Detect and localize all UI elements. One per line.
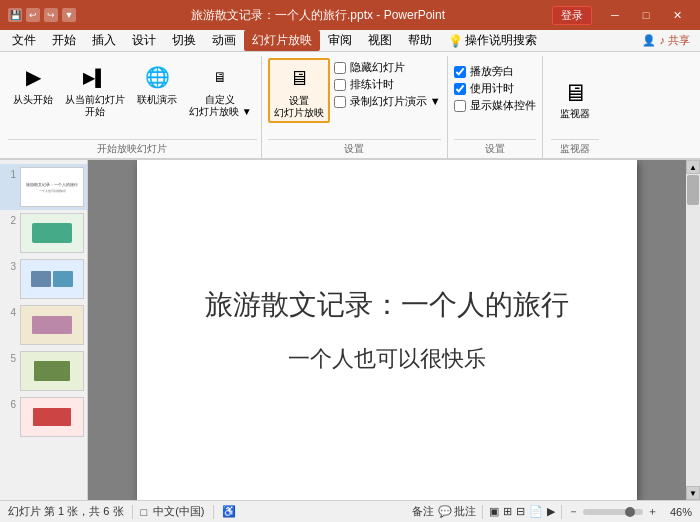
slide-item-2[interactable]: 2	[0, 210, 87, 256]
menu-view[interactable]: 视图	[360, 30, 400, 51]
hide-slides-checkbox[interactable]: 隐藏幻灯片	[334, 60, 441, 75]
show-media-controls-input[interactable]	[454, 100, 466, 112]
record-slideshow-input[interactable]	[334, 96, 346, 108]
group3-label: 设置	[454, 139, 536, 158]
lightbulb-icon: 💡	[448, 34, 463, 48]
rehearse-timings-checkbox[interactable]: 排练计时	[334, 77, 441, 92]
slide-item-4[interactable]: 4	[0, 302, 87, 348]
save-icon[interactable]: 💾	[8, 8, 22, 22]
custom-slideshow-button[interactable]: 🖥 自定义 幻灯片放映 ▼	[184, 58, 257, 121]
group-monitor-label: 监视器	[551, 139, 599, 158]
vertical-scrollbar: ▲ ▼	[686, 160, 700, 500]
menu-design[interactable]: 设计	[124, 30, 164, 51]
menu-transition[interactable]: 切换	[164, 30, 204, 51]
slide-thumb-small-icon: □	[141, 506, 148, 518]
start-from-beginning-button[interactable]: ▶ 从头开始	[8, 58, 58, 109]
slide-title: 旅游散文记录：一个人的旅行	[205, 286, 569, 324]
record-slideshow-checkbox[interactable]: 录制幻灯片演示 ▼	[334, 94, 441, 109]
menu-insert[interactable]: 插入	[84, 30, 124, 51]
comments-button[interactable]: 💬 批注	[438, 504, 476, 519]
scrollbar-thumb[interactable]	[687, 175, 699, 205]
canvas-area: 旅游散文记录：一个人的旅行 一个人也可以很快乐	[88, 160, 686, 500]
view-reading-icon[interactable]: ▶	[547, 505, 555, 518]
divider1	[132, 505, 133, 519]
slide-canvas: 旅游散文记录：一个人的旅行 一个人也可以很快乐	[137, 160, 637, 500]
zoom-in-button[interactable]: ＋	[647, 504, 658, 519]
play-from-start-icon: ▶	[17, 61, 49, 93]
menubar: 文件 开始 插入 设计 切换 动画 幻灯片放映 审阅 视图 帮助 💡 操作说明搜…	[0, 30, 700, 52]
menu-search[interactable]: 💡 操作说明搜索	[440, 30, 545, 51]
use-timings-checkbox[interactable]: 使用计时	[454, 81, 536, 96]
zoom-slider[interactable]	[583, 509, 643, 515]
start-from-current-button[interactable]: ▶▌ 从当前幻灯片 开始	[60, 58, 130, 121]
menu-file[interactable]: 文件	[4, 30, 44, 51]
view-outline-icon[interactable]: ⊞	[503, 505, 512, 518]
scroll-down-button[interactable]: ▼	[686, 486, 700, 500]
slide-thumb-4	[20, 305, 84, 345]
scrollbar-track[interactable]	[686, 174, 700, 486]
custom-slides-icon: 🖥	[204, 61, 236, 93]
monitor-button[interactable]: 🖥 监视器	[551, 76, 599, 124]
login-button[interactable]: 登录	[552, 6, 592, 25]
maximize-button[interactable]: □	[631, 0, 661, 30]
minimize-button[interactable]: ─	[600, 0, 630, 30]
rehearse-timings-input[interactable]	[334, 79, 346, 91]
statusbar-right: 备注 💬 批注 ▣ ⊞ ⊟ 📄 ▶ － ＋ 46%	[412, 504, 692, 519]
show-media-controls-checkbox[interactable]: 显示媒体控件	[454, 98, 536, 113]
monitor-icon: 🖥	[563, 79, 587, 107]
hide-slides-input[interactable]	[334, 62, 346, 74]
slide-num-1: 1	[4, 169, 16, 180]
zoom-value[interactable]: 46%	[662, 506, 692, 518]
play-narration-input[interactable]	[454, 66, 466, 78]
undo-icon[interactable]: ↩	[26, 8, 40, 22]
statusbar-left: 幻灯片 第 1 张，共 6 张 □ 中文(中国) ♿	[8, 504, 404, 519]
menu-review[interactable]: 审阅	[320, 30, 360, 51]
slide-thumb-3	[20, 259, 84, 299]
menu-animation[interactable]: 动画	[204, 30, 244, 51]
customize-icon[interactable]: ▼	[62, 8, 76, 22]
comments-icon: 💬	[438, 505, 452, 518]
slide-num-3: 3	[4, 261, 16, 272]
view-notes-icon[interactable]: 📄	[529, 505, 543, 518]
slideshow-settings-button[interactable]: 🖥 设置 幻灯片放映	[268, 58, 330, 123]
menu-slideshow[interactable]: 幻灯片放映	[244, 30, 320, 51]
slide-item-5[interactable]: 5	[0, 348, 87, 394]
titlebar: 💾 ↩ ↪ ▼ 旅游散文记录：一个人的旅行.pptx - PowerPoint …	[0, 0, 700, 30]
slide-num-6: 6	[4, 399, 16, 410]
slide-item-1[interactable]: 1 旅游散文记录：一个人的旅行 一个人也可以很快乐	[0, 164, 87, 210]
online-icon: 🌐	[141, 61, 173, 93]
slide-thumb-6	[20, 397, 84, 437]
view-slidesorter-icon[interactable]: ⊟	[516, 505, 525, 518]
slide-info: 幻灯片 第 1 张，共 6 张	[8, 504, 124, 519]
language-info: 中文(中国)	[153, 504, 204, 519]
use-timings-input[interactable]	[454, 83, 466, 95]
view-normal-icon[interactable]: ▣	[489, 505, 499, 518]
statusbar: 幻灯片 第 1 张，共 6 张 □ 中文(中国) ♿ 备注 💬 批注 ▣ ⊞ ⊟…	[0, 500, 700, 522]
ribbon-group-start: ▶ 从头开始 ▶▌ 从当前幻灯片 开始 🌐 联机演示 🖥 自定义 幻灯片放映 ▼…	[4, 56, 262, 158]
slide-num-5: 5	[4, 353, 16, 364]
redo-icon[interactable]: ↪	[44, 8, 58, 22]
slide-thumb-1: 旅游散文记录：一个人的旅行 一个人也可以很快乐	[20, 167, 84, 207]
ribbon-group-options: 播放旁白 使用计时 显示媒体控件 设置	[448, 56, 543, 158]
accessibility-icon: ♿	[222, 505, 236, 518]
zoom-out-button[interactable]: －	[568, 504, 579, 519]
slide-thumb-5	[20, 351, 84, 391]
settings-icon: 🖥	[283, 62, 315, 94]
titlebar-icons: 💾 ↩ ↪ ▼	[8, 8, 76, 22]
ribbon: ▶ 从头开始 ▶▌ 从当前幻灯片 开始 🌐 联机演示 🖥 自定义 幻灯片放映 ▼…	[0, 52, 700, 160]
slide-item-3[interactable]: 3	[0, 256, 87, 302]
divider2	[213, 505, 214, 519]
divider4	[561, 505, 562, 519]
slide-item-6[interactable]: 6	[0, 394, 87, 440]
scroll-up-button[interactable]: ▲	[686, 160, 700, 174]
menu-home[interactable]: 开始	[44, 30, 84, 51]
ribbon-group-monitor: 🖥 监视器 监视器	[543, 56, 607, 158]
online-present-button[interactable]: 🌐 联机演示	[132, 58, 182, 109]
window-buttons: ─ □ ✕	[600, 0, 692, 30]
share-button[interactable]: 👤 ♪ 共享	[636, 33, 696, 48]
close-button[interactable]: ✕	[662, 0, 692, 30]
play-narration-checkbox[interactable]: 播放旁白	[454, 64, 536, 79]
notes-button[interactable]: 备注	[412, 504, 434, 519]
menu-help[interactable]: 帮助	[400, 30, 440, 51]
play-from-current-icon: ▶▌	[79, 61, 111, 93]
